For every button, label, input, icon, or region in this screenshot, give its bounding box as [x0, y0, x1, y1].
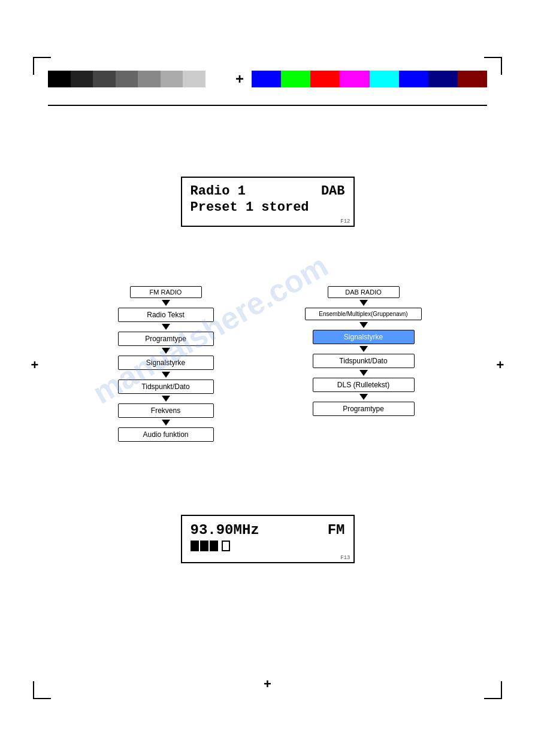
fm-radio-header: FM RADIO — [130, 286, 202, 298]
fm-display-tag: F13 — [340, 555, 350, 561]
fm-arrow-5 — [162, 420, 170, 426]
fm-item-5: Audio funktion — [118, 427, 214, 442]
fm-arrow-4 — [162, 396, 170, 402]
color-bar — [252, 71, 487, 87]
horizontal-rule — [48, 105, 487, 106]
dab-item-2: Tidspunkt/Dato — [313, 354, 415, 368]
fm-item-1: Programtype — [118, 332, 214, 346]
dab-radio-header: DAB RADIO — [328, 286, 400, 298]
dab-flow-column: DAB RADIO Ensemble/Multiplex(Gruppenavn)… — [292, 286, 436, 442]
fm-arrow-2 — [162, 348, 170, 354]
dab-item-1: Signalstyrke — [313, 330, 415, 344]
radio-dab-display: Radio 1 DAB Preset 1 stored F12 — [181, 177, 355, 227]
dab-arrow-3 — [359, 370, 368, 376]
fm-item-2: Signalstyrke — [118, 356, 214, 370]
display1-tag: F12 — [340, 218, 350, 224]
fm-flow-column: FM RADIO Radio Tekst Programtype Signals… — [100, 286, 232, 442]
display1-line1-right: DAB — [321, 184, 345, 199]
crosshair-bottom: + — [262, 678, 274, 690]
fm-signal-row — [191, 541, 345, 551]
fm-arrow-1 — [162, 324, 170, 330]
fm-arrow-3 — [162, 372, 170, 378]
fm-display: 93.90MHz FM F13 — [181, 515, 355, 563]
display1-line2: Preset 1 stored — [191, 200, 309, 215]
signal-block-filled — [210, 541, 218, 551]
crosshair-left: + — [29, 359, 41, 371]
dab-item-0: Ensemble/Multiplex(Gruppenavn) — [305, 308, 422, 320]
dab-arrow-4 — [359, 394, 368, 400]
fm-arrow-0 — [162, 300, 170, 306]
fm-item-4: Frekvens — [118, 403, 214, 418]
signal-block-empty — [222, 541, 230, 551]
fm-display-freq: 93.90MHz — [191, 522, 259, 538]
dab-arrow-0 — [359, 300, 368, 306]
dab-item-3: DLS (Rulletekst) — [313, 378, 415, 392]
corner-mark-bl — [33, 681, 51, 699]
display1-line1-left: Radio 1 — [191, 184, 246, 199]
grayscale-bar — [48, 71, 228, 87]
signal-block-filled — [200, 541, 208, 551]
dab-arrow-2 — [359, 346, 368, 352]
signal-blocks — [191, 541, 218, 551]
crosshair-center — [228, 71, 252, 87]
corner-mark-br — [484, 681, 502, 699]
flow-diagram: FM RADIO Radio Tekst Programtype Signals… — [100, 286, 436, 442]
fm-item-0: Radio Tekst — [118, 308, 214, 322]
signal-block-filled — [191, 541, 199, 551]
fm-display-mode: FM — [328, 522, 345, 538]
fm-item-3: Tidspunkt/Dato — [118, 379, 214, 394]
dab-item-4: Programtype — [313, 402, 415, 416]
crosshair-right: + — [494, 359, 506, 371]
dab-arrow-1 — [359, 322, 368, 328]
color-bar-container — [48, 71, 487, 87]
